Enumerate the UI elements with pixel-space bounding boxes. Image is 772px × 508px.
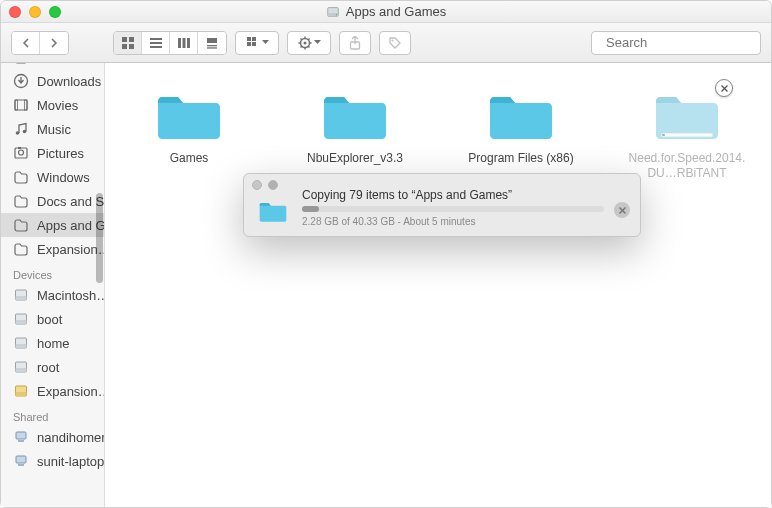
folder-icon	[319, 87, 391, 143]
volume-icon	[326, 5, 340, 19]
cancel-copy-button[interactable]	[614, 202, 630, 218]
file-item-2[interactable]: Program Files (x86)	[461, 87, 581, 166]
sidebar-favorite-5[interactable]: Windows	[1, 165, 104, 189]
file-label: Need.for.Speed.2014.DU…RBiTANT	[627, 151, 747, 181]
sidebar-favorite-2[interactable]: Movies	[1, 93, 104, 117]
sidebar-device-4[interactable]: Expansion…	[1, 379, 104, 403]
sidebar-item-label: home	[37, 336, 70, 351]
icon-view-button[interactable]	[114, 32, 142, 54]
tags-button[interactable]	[379, 31, 411, 55]
sidebar-item-label: nandihomer…	[37, 430, 104, 445]
svg-rect-48	[16, 296, 27, 300]
arrange-button[interactable]	[235, 31, 279, 55]
svg-rect-5	[122, 44, 127, 49]
folder-icon	[651, 87, 723, 143]
hdd-icon	[13, 335, 29, 351]
svg-rect-39	[15, 100, 27, 110]
svg-point-43	[23, 130, 27, 134]
sidebar-item-label: Movies	[37, 98, 78, 113]
svg-rect-12	[187, 38, 190, 48]
column-view-button[interactable]	[170, 32, 198, 54]
sidebar-favorite-3[interactable]: Music	[1, 117, 104, 141]
folder-icon	[13, 217, 29, 233]
list-view-button[interactable]	[142, 32, 170, 54]
copy-progress-dialog: Copying 79 items to “Apps and Games” 2.2…	[243, 173, 641, 237]
window-title-text: Apps and Games	[346, 4, 446, 19]
net-icon	[13, 453, 29, 469]
toolbar	[1, 23, 771, 63]
file-item-0[interactable]: Games	[129, 87, 249, 166]
sidebar-scrollbar[interactable]	[96, 193, 103, 283]
copy-detail-text: 2.28 GB of 40.33 GB - About 5 minutes	[302, 216, 632, 227]
folder-icon	[153, 87, 225, 143]
sidebar-favorite-1[interactable]: Downloads	[1, 69, 104, 93]
finder-window: Apps and Games	[0, 0, 772, 508]
back-button[interactable]	[12, 32, 40, 54]
nav-buttons	[11, 31, 69, 55]
tag-icon	[388, 36, 402, 50]
sidebar-device-1[interactable]: boot	[1, 307, 104, 331]
cancel-icon	[618, 206, 627, 215]
svg-rect-59	[16, 456, 26, 463]
doc-icon	[13, 63, 29, 65]
hdd-icon	[13, 287, 29, 303]
svg-rect-57	[16, 432, 26, 439]
svg-rect-40	[15, 100, 18, 110]
svg-rect-41	[25, 100, 28, 110]
gear-icon	[298, 36, 312, 50]
folder-icon	[13, 169, 29, 185]
dialog-body: Copying 79 items to “Apps and Games” 2.2…	[302, 174, 640, 236]
sidebar-favorite-7[interactable]: Apps and G…	[1, 213, 104, 237]
svg-rect-11	[182, 38, 185, 48]
folder-icon	[13, 241, 29, 257]
window-body: DocumentsDownloadsMoviesMusicPicturesWin…	[1, 63, 771, 507]
sidebar-favorite-4[interactable]: Pictures	[1, 141, 104, 165]
sidebar-device-2[interactable]: home	[1, 331, 104, 355]
file-item-1[interactable]: NbuExplorer_v3.3	[295, 87, 415, 166]
svg-rect-7	[150, 38, 162, 40]
svg-point-42	[16, 131, 20, 135]
svg-rect-17	[252, 37, 256, 41]
content-area[interactable]: GamesNbuExplorer_v3.3Program Files (x86)…	[105, 63, 771, 507]
cancel-item-button[interactable]	[715, 79, 733, 97]
sidebar-item-label: Windows	[37, 170, 90, 185]
share-button[interactable]	[339, 31, 371, 55]
sidebar-item-label: Pictures	[37, 146, 84, 161]
item-progress-bar	[661, 133, 713, 137]
sidebar-shared-header: Shared	[1, 403, 104, 425]
folder-icon	[257, 198, 289, 224]
coverflow-view-button[interactable]	[198, 32, 226, 54]
sidebar-favorite-6[interactable]: Docs and S…	[1, 189, 104, 213]
file-label: Program Files (x86)	[468, 151, 573, 166]
sidebar-device-0[interactable]: Macintosh…	[1, 283, 104, 307]
sidebar-item-label: Expansion…	[37, 242, 104, 257]
svg-rect-18	[247, 42, 251, 46]
sidebar-shared-0[interactable]: nandihomer…	[1, 425, 104, 449]
forward-button[interactable]	[40, 32, 68, 54]
download-icon	[13, 73, 29, 89]
svg-rect-3	[122, 37, 127, 42]
sidebar[interactable]: DocumentsDownloadsMoviesMusicPicturesWin…	[1, 63, 105, 507]
file-label: NbuExplorer_v3.3	[307, 151, 403, 166]
svg-rect-60	[18, 464, 24, 466]
folder-icon	[485, 87, 557, 143]
sidebar-favorite-8[interactable]: Expansion…	[1, 237, 104, 261]
svg-rect-9	[150, 46, 162, 48]
svg-rect-56	[16, 392, 27, 396]
file-item-3[interactable]: Need.for.Speed.2014.DU…RBiTANT	[627, 87, 747, 181]
sidebar-item-label: Expansion…	[37, 384, 104, 399]
action-button[interactable]	[287, 31, 331, 55]
sidebar-item-label: Music	[37, 122, 71, 137]
music-icon	[13, 121, 29, 137]
sidebar-device-3[interactable]: root	[1, 355, 104, 379]
svg-rect-52	[16, 344, 27, 348]
copy-progress-bar	[302, 206, 604, 212]
net-icon	[13, 429, 29, 445]
svg-rect-4	[129, 37, 134, 42]
sidebar-item-label: Macintosh…	[37, 288, 104, 303]
search-field[interactable]	[591, 31, 761, 55]
search-input[interactable]	[606, 35, 772, 50]
svg-rect-10	[178, 38, 181, 48]
sidebar-shared-1[interactable]: sunit-laptop	[1, 449, 104, 473]
svg-rect-8	[150, 42, 162, 44]
